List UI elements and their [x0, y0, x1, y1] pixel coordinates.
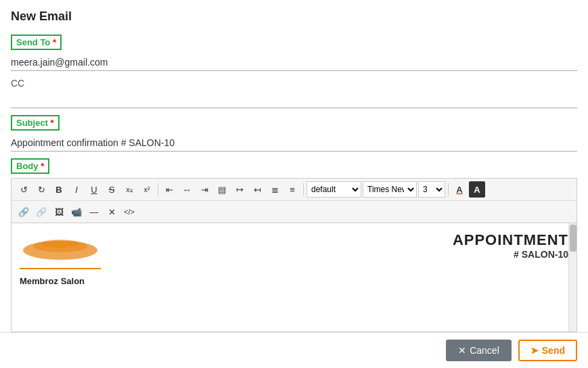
font-color-button[interactable]: A [451, 181, 468, 198]
hr-button[interactable]: — [86, 204, 102, 220]
editor-area[interactable]: APPOINTMENT # SALON-10 Membroz Salon [11, 223, 577, 332]
send-to-input[interactable] [11, 54, 577, 71]
editor-content[interactable]: APPOINTMENT # SALON-10 Membroz Salon [12, 223, 576, 331]
send-icon: ➤ [530, 345, 539, 356]
appointment-id: # SALON-10 [453, 249, 568, 260]
send-to-label: Send To * [11, 34, 62, 50]
code-button[interactable]: </> [121, 204, 137, 220]
logo-line [20, 268, 101, 269]
editor-scrollbar[interactable] [568, 223, 576, 331]
editor-toolbar-2: 🔗 🔗 🖼 📹 — ✕ </> [11, 200, 577, 223]
send-label: Send [542, 345, 565, 356]
list-ol-button[interactable]: ≡ [284, 181, 300, 198]
indent-left-button[interactable]: ↦ [231, 181, 248, 198]
bg-color-button[interactable]: A [469, 181, 485, 198]
logo-image [20, 231, 101, 265]
appointment-title-area: APPOINTMENT # SALON-10 [453, 231, 568, 260]
cc-label: CC [11, 78, 577, 89]
unlink-button[interactable]: 🔗 [33, 204, 49, 220]
bold-button[interactable]: B [51, 181, 67, 198]
underline-button[interactable]: U [86, 181, 102, 198]
indent-right-button[interactable]: ↤ [249, 181, 265, 198]
redo-button[interactable]: ↻ [33, 181, 49, 198]
clear-format-button[interactable]: ✕ [104, 204, 120, 220]
salon-name: Membroz Salon [20, 276, 568, 286]
subject-field: Subject * [11, 115, 577, 152]
link-button[interactable]: 🔗 [16, 204, 32, 220]
toolbar-divider-2 [303, 183, 304, 196]
format-select[interactable]: default Heading 1 Heading 2 [307, 181, 361, 198]
body-field: Body * ↺ ↻ B I U S x₂ x² ⇤ ↔ ⇥ ▤ ↦ ↤ ≣ ≡… [11, 158, 577, 332]
svg-point-2 [41, 239, 79, 248]
logo-area [20, 231, 101, 269]
font-select[interactable]: Times New Arial Courier [363, 181, 417, 198]
send-button[interactable]: ➤ Send [518, 340, 577, 361]
cancel-label: Cancel [470, 345, 499, 356]
editor-toolbar: ↺ ↻ B I U S x₂ x² ⇤ ↔ ⇥ ▤ ↦ ↤ ≣ ≡ defaul… [11, 178, 577, 200]
superscript-button[interactable]: x² [139, 181, 155, 198]
cc-input[interactable] [11, 91, 577, 108]
cancel-x-icon: ✕ [458, 345, 466, 356]
image-button[interactable]: 🖼 [51, 204, 67, 220]
cc-field: CC [11, 78, 577, 108]
footer-bar: ✕ Cancel ➤ Send [0, 332, 588, 368]
cancel-button[interactable]: ✕ Cancel [446, 340, 512, 361]
toolbar-divider-3 [448, 183, 449, 196]
undo-button[interactable]: ↺ [16, 181, 32, 198]
page-title: New Email [11, 9, 577, 24]
align-center-button[interactable]: ↔ [179, 181, 195, 198]
align-left-button[interactable]: ⇤ [161, 181, 177, 198]
list-ul-button[interactable]: ≣ [267, 181, 283, 198]
body-label: Body * [11, 158, 49, 174]
scrollbar-thumb [570, 225, 576, 252]
align-right-button[interactable]: ⇥ [196, 181, 212, 198]
send-to-field: Send To * [11, 34, 577, 71]
strikethrough-button[interactable]: S [104, 181, 120, 198]
subject-input[interactable] [11, 135, 577, 152]
subject-label: Subject * [11, 115, 60, 131]
toolbar-divider-1 [158, 183, 158, 196]
size-select[interactable]: 3 1 2 4 5 6 7 [418, 181, 445, 198]
italic-button[interactable]: I [68, 181, 85, 198]
video-button[interactable]: 📹 [68, 204, 85, 220]
justify-button[interactable]: ▤ [214, 181, 230, 198]
subscript-button[interactable]: x₂ [121, 181, 137, 198]
appointment-heading: APPOINTMENT [453, 231, 568, 249]
